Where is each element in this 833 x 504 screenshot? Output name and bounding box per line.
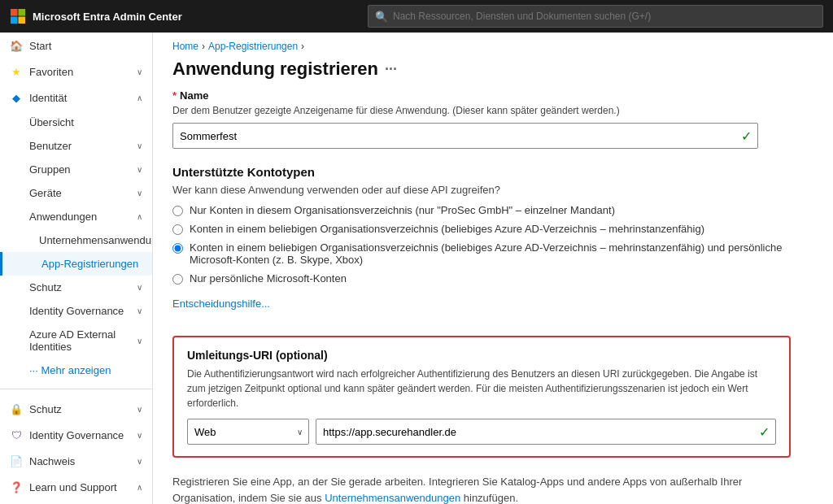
account-types-title: Unterstützte Kontotypen [172,165,813,179]
sidebar-item-nachweis[interactable]: 📄 Nachweis ∨ [0,448,152,474]
sidebar-label-learn-support: Learn und Support [29,481,130,493]
breadcrumb-home[interactable]: Home [172,41,198,52]
radio-option-3[interactable] [172,243,183,254]
topbar-search-container: 🔍 [368,5,823,28]
page-title-text: Anwendung registrieren [172,59,378,80]
sidebar-item-favoriten[interactable]: ★ Favoriten ∨ [0,59,152,85]
radio-label-3: Konten in einem beliebigen Organisations… [190,241,813,266]
sidebar-collapse-button[interactable]: « [0,500,152,504]
sidebar-item-learn-support[interactable]: ❓ Learn und Support ∧ [0,474,152,500]
microsoft-icon [10,8,26,24]
breadcrumb: Home › App-Registrierungen › [153,33,833,55]
radio-option-4[interactable] [172,274,183,285]
chevron-azuread-icon: ∨ [137,337,142,345]
svg-rect-2 [11,17,18,24]
sidebar-item-azure-ad[interactable]: Azure AD External Identities ∨ [0,323,152,358]
sidebar-item-mehr[interactable]: ··· Mehr anzeigen [0,358,152,382]
layout: 🏠 Start ★ Favoriten ∨ ◆ Identität ∧ Über… [0,33,833,504]
radio-item-3: Konten in einem beliebigen Organisations… [172,241,813,266]
chevron-ig1-icon: ∨ [137,306,142,315]
page-options-button[interactable]: ··· [385,61,397,78]
sidebar-label-schutz2: Schutz [29,403,130,415]
radio-item-1: Nur Konten in diesem Organisationsverzei… [172,204,813,216]
shield-icon: 🔒 [10,402,23,415]
sidebar-item-app-registrierungen[interactable]: App-Registrierungen [0,252,152,276]
sidebar-label-gruppen: Gruppen [29,163,71,176]
radio-label-4: Nur persönliche Microsoft-Konten [190,272,347,285]
uri-type-select-wrap: Web SPA Öffentlicher Client ∨ [187,419,309,445]
sidebar-label-nachweis: Nachweis [29,455,130,467]
sidebar-label-schutz1: Schutz [29,281,62,293]
nachweis-icon: 📄 [10,454,23,467]
radio-group: Nur Konten in diesem Organisationsverzei… [172,204,813,285]
chevron-schutz2-icon: ∨ [137,405,142,414]
sidebar-label-identity-governance2: Identity Governance [29,429,130,441]
uri-checkmark-icon: ✓ [759,424,770,440]
chevron-schutz1-icon: ∨ [137,283,142,292]
governance-icon: 🛡 [10,428,23,441]
sidebar-label-anwendungen: Anwendungen [29,211,97,223]
name-section: * Name Der dem Benutzer gezeigte Anzeige… [172,89,813,149]
sidebar-label-app-registrierungen: App-Registrierungen [41,258,138,270]
uri-description: Die Authentifizierungsantwort wird nach … [187,367,776,411]
main-content: Home › App-Registrierungen › Anwendung r… [153,33,833,504]
topbar: Microsoft Entra Admin Center 🔍 [0,0,833,33]
decision-help-link[interactable]: Entscheidungshilfe... [172,298,270,310]
chevron-benutzer-icon: ∨ [137,141,142,150]
svg-rect-3 [19,17,26,24]
uri-section: Umleitungs-URI (optional) Die Authentifi… [172,336,791,458]
topbar-title: Microsoft Entra Admin Center [33,11,182,23]
sidebar-item-identity-governance2[interactable]: 🛡 Identity Governance ∨ [0,422,152,448]
sidebar-item-uebersicht[interactable]: Übersicht [0,111,152,134]
sidebar: 🏠 Start ★ Favoriten ∨ ◆ Identität ∧ Über… [0,33,153,504]
chevron-learn-icon: ∧ [137,483,142,492]
info-text-link[interactable]: Unternehmensanwendungen [325,492,460,504]
chevron-nachweis-icon: ∨ [137,457,142,466]
sidebar-item-gruppen[interactable]: Gruppen ∨ [0,158,152,181]
sidebar-item-identity-governance1[interactable]: Identity Governance ∨ [0,299,152,323]
breadcrumb-sep2: › [301,41,304,52]
name-input-wrap: ✓ [172,123,758,149]
sidebar-label-uebersicht: Übersicht [29,116,74,128]
info-text: Registrieren Sie eine App, an der Sie ge… [172,474,791,504]
name-checkmark-icon: ✓ [741,128,752,144]
sidebar-label-favoriten: Favoriten [29,66,130,78]
sidebar-label-identity-governance1: Identity Governance [29,305,124,317]
sidebar-label-unternehmensanwendungen: Unternehmensanwendungen [39,234,153,246]
page-title: Anwendung registrieren ··· [153,55,833,89]
sidebar-label-geraete: Geräte [29,187,62,199]
sidebar-label-mehr: ··· Mehr anzeigen [29,364,111,376]
uri-input[interactable] [316,419,776,445]
uri-input-wrap: ✓ [316,419,776,445]
radio-option-1[interactable] [172,206,183,216]
svg-rect-1 [19,9,26,16]
sidebar-label-start: Start [29,40,142,52]
radio-item-4: Nur persönliche Microsoft-Konten [172,272,813,285]
chevron-geraete-icon: ∨ [137,189,142,198]
uri-type-select[interactable]: Web SPA Öffentlicher Client [187,419,309,445]
uri-inputs: Web SPA Öffentlicher Client ∨ ✓ [187,419,776,445]
sidebar-item-schutz2[interactable]: 🔒 Schutz ∨ [0,396,152,422]
chevron-ig2-icon: ∨ [137,431,142,440]
name-field-description: Der dem Benutzer gezeigte Anzeigename fü… [172,105,813,116]
sidebar-item-identitaet[interactable]: ◆ Identität ∧ [0,85,152,111]
name-input[interactable] [172,123,758,149]
sidebar-item-schutz1[interactable]: Schutz ∨ [0,276,152,299]
identity-icon: ◆ [10,91,23,104]
info-text-part2: hinzufügen. [464,492,518,504]
star-icon: ★ [10,65,23,78]
sidebar-item-anwendungen[interactable]: Anwendungen ∧ [0,205,152,228]
sidebar-item-unternehmensanwendungen[interactable]: Unternehmensanwendungen [0,228,152,252]
sidebar-item-benutzer[interactable]: Benutzer ∨ [0,134,152,158]
name-label-text: Name [180,89,208,102]
chevron-identitaet-icon: ∧ [137,93,142,102]
learn-icon: ❓ [10,480,23,493]
topbar-logo: Microsoft Entra Admin Center [10,8,182,24]
breadcrumb-app-reg[interactable]: App-Registrierungen [208,41,298,52]
search-input[interactable] [393,11,816,22]
sidebar-item-geraete[interactable]: Geräte ∨ [0,181,152,205]
radio-label-2: Konten in einem beliebigen Organisations… [190,223,704,235]
sidebar-item-start[interactable]: 🏠 Start [0,33,152,59]
sidebar-label-identitaet: Identität [29,92,130,104]
radio-option-2[interactable] [172,224,183,235]
